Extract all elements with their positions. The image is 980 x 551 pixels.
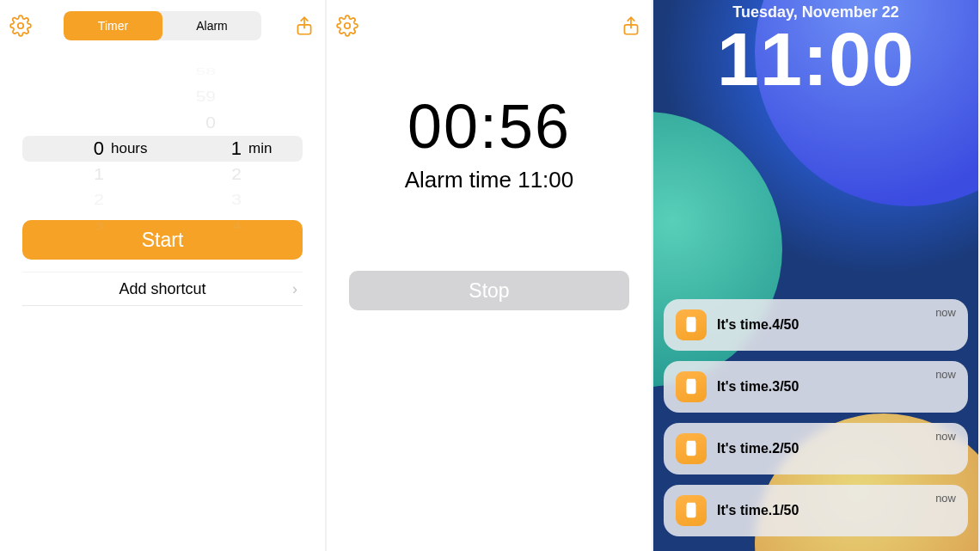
notification-time: now (935, 430, 956, 443)
notification-time: now (935, 368, 956, 381)
notification-text: It's time.3/50 (717, 379, 799, 395)
timer-setup-screen: Timer Alarm 58 59 0 0 hours 1 min 12 23 … (0, 0, 327, 551)
share-icon (293, 15, 315, 37)
notification[interactable]: It's time.1/50 now (664, 485, 968, 536)
toolbar: Timer Alarm (0, 0, 325, 48)
countdown-display: 00:56 Alarm time 11:00 (327, 48, 652, 193)
countdown-time: 00:56 (327, 91, 652, 162)
gear-icon (9, 15, 32, 37)
app-icon (676, 433, 707, 464)
svg-point-0 (18, 23, 24, 29)
notification-time: now (935, 306, 956, 319)
share-button[interactable] (619, 14, 643, 38)
settings-button[interactable] (335, 14, 359, 38)
timer-running-screen: 00:56 Alarm time 11:00 Stop (327, 0, 653, 551)
notification-time: now (935, 492, 956, 505)
svg-point-2 (345, 23, 351, 29)
gear-icon (336, 15, 358, 37)
stop-button[interactable]: Stop (349, 271, 629, 310)
notification-text: It's time.4/50 (717, 317, 799, 333)
minutes-value: 1 (162, 138, 248, 160)
notification-stack: It's time.4/50 now It's time.3/50 now It… (664, 299, 968, 536)
notification[interactable]: It's time.3/50 now (664, 361, 968, 413)
app-icon (676, 309, 707, 340)
lock-screen: Tuesday, November 22 11:00 It's time.4/5… (653, 0, 980, 551)
minutes-unit: min (248, 140, 300, 157)
notification[interactable]: It's time.2/50 now (664, 423, 968, 474)
picker-selection-row: 0 hours 1 min (22, 136, 303, 162)
app-icon (676, 371, 707, 402)
share-icon (620, 15, 642, 37)
alarm-time-label: Alarm time 11:00 (327, 167, 652, 193)
toolbar (327, 0, 652, 48)
notification-text: It's time.1/50 (717, 503, 799, 518)
tab-alarm[interactable]: Alarm (162, 11, 261, 40)
add-shortcut-label: Add shortcut (119, 280, 205, 298)
hours-unit: hours (111, 140, 162, 157)
tab-timer[interactable]: Timer (64, 11, 162, 40)
app-icon (676, 495, 707, 526)
notification-text: It's time.2/50 (717, 441, 799, 456)
segmented-control: Timer Alarm (64, 11, 261, 40)
notification[interactable]: It's time.4/50 now (664, 299, 968, 351)
share-button[interactable] (292, 14, 316, 38)
add-shortcut-row[interactable]: Add shortcut › (22, 272, 303, 306)
hours-value: 0 (25, 138, 111, 160)
chevron-right-icon: › (292, 280, 297, 298)
lock-screen-time: 11:00 (653, 15, 978, 103)
time-picker[interactable]: 58 59 0 0 hours 1 min 12 23 34 (0, 58, 325, 205)
settings-button[interactable] (9, 14, 33, 38)
